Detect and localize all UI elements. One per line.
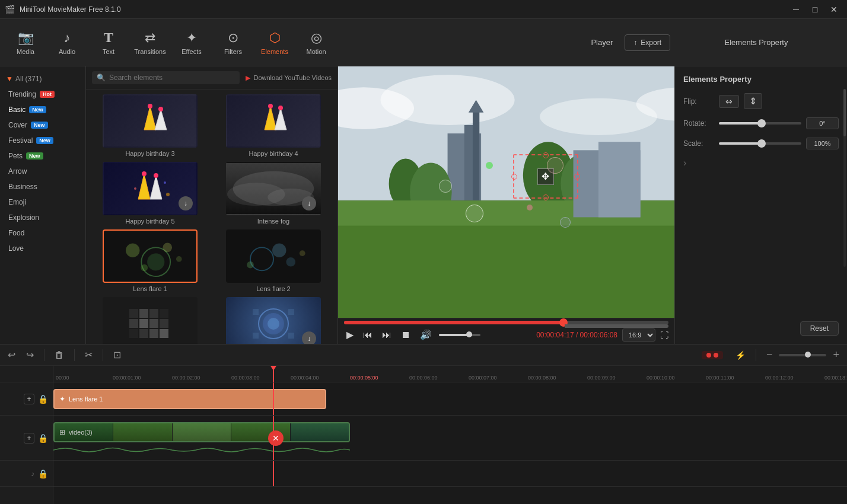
download-btn-happy-birthday-5[interactable]: ↓ (179, 196, 193, 210)
scale-slider-thumb[interactable] (757, 139, 766, 148)
volume-thumb[interactable] (466, 331, 472, 337)
add-track-1-button[interactable]: + (24, 394, 34, 404)
split-marker[interactable]: ✕ (268, 430, 284, 446)
zoom-thumb[interactable] (805, 352, 811, 358)
zoom-in-button[interactable]: + (830, 347, 842, 363)
sidebar-item-festival[interactable]: Festival New (0, 133, 85, 148)
rotate-slider[interactable] (719, 122, 801, 125)
sidebar-item-pets[interactable]: Pets New (0, 148, 85, 164)
delete-button[interactable]: 🗑 (52, 348, 67, 362)
toolbar-text[interactable]: T Text (88, 21, 129, 64)
crop-button[interactable]: ⊡ (110, 347, 124, 362)
element-happy-birthday-3[interactable]: Happy birthday 3 (91, 94, 209, 157)
sidebar-item-food[interactable]: Food (0, 225, 85, 241)
element-happy-birthday-4[interactable]: Happy birthday 4 (214, 94, 333, 157)
aspect-ratio-select[interactable]: 16:9 9:16 1:1 4:3 (622, 328, 655, 342)
scale-value[interactable]: 100% (806, 138, 839, 149)
undo-button[interactable]: ↩ (5, 347, 18, 362)
sidebar-item-cover[interactable]: Cover New (0, 117, 85, 133)
sidebar-item-love[interactable]: Love (0, 241, 85, 256)
element-happy-birthday-5[interactable]: ↓ Happy birthday 5 (91, 162, 209, 225)
toolbar-elements[interactable]: ⬡ Elements (254, 21, 295, 64)
zoom-bar[interactable] (779, 354, 826, 356)
sidebar-item-arrow[interactable]: Arrow (0, 164, 85, 179)
volume-button[interactable]: 🔊 (418, 328, 434, 342)
sidebar-item-basic[interactable]: Basic New (0, 102, 85, 117)
expand-arrow[interactable]: › (683, 158, 839, 168)
prev-frame-button[interactable]: ⏮ (361, 328, 375, 342)
lock-track-2-button[interactable]: 🔒 (38, 433, 48, 443)
timeline-content[interactable]: 00:00 00:00:01:00 00:00:02:00 00:00:03:0… (53, 366, 847, 504)
scale-slider[interactable] (719, 142, 801, 145)
download-youtube[interactable]: ▶ Download YouTube Videos (246, 74, 332, 82)
element-thumb-mosaic-1 (103, 297, 198, 344)
element-thumb-lens-flare-1 (103, 229, 198, 283)
toolbar-filters[interactable]: ⊙ Filters (212, 21, 254, 64)
search-box[interactable]: 🔍 (92, 71, 240, 84)
handle-bottom[interactable] (543, 194, 549, 200)
split-button[interactable]: ⚡ (733, 349, 749, 362)
rotate-label: Rotate: (683, 119, 719, 127)
elements-icon: ⬡ (269, 30, 281, 46)
toolbar-transitions[interactable]: ⇄ Transitions (129, 21, 171, 64)
element-selection-box[interactable]: ✥ (513, 154, 578, 199)
element-lens-flare-2[interactable]: Lens flare 2 (214, 229, 333, 292)
sidebar-item-business[interactable]: Business (0, 179, 85, 194)
stop-button[interactable]: ⏹ (399, 328, 413, 342)
handle-top[interactable] (543, 152, 549, 158)
minimize-button[interactable]: ─ (788, 4, 804, 15)
waveform (53, 445, 350, 455)
rotate-slider-thumb[interactable] (757, 119, 766, 127)
cut-button[interactable]: ✂ (82, 347, 95, 362)
element-lens-flare-1[interactable]: Lens flare 1 (91, 229, 209, 292)
toolbar-effects[interactable]: ✦ Effects (171, 21, 212, 64)
sidebar-item-trending[interactable]: Trending Hot (0, 87, 85, 102)
progress-bar[interactable] (344, 321, 668, 324)
audio-icon: ♪ (31, 470, 34, 478)
handle-left[interactable] (511, 174, 517, 180)
close-button[interactable]: ✕ (826, 4, 842, 15)
maximize-button[interactable]: □ (807, 4, 823, 15)
reset-button[interactable]: Reset (800, 321, 839, 336)
download-btn-mosaic-2[interactable]: ↓ (302, 331, 316, 344)
element-clip[interactable]: ✦ Lens flare 1 (53, 389, 326, 409)
next-frame-button[interactable]: ⏭ (380, 328, 394, 342)
flip-vertical-button[interactable]: ⇕ (744, 93, 762, 109)
lock-track-1-button[interactable]: 🔒 (38, 394, 48, 404)
svg-point-21 (163, 243, 172, 253)
volume-slider[interactable] (439, 334, 480, 336)
add-track-2-button[interactable]: + (24, 433, 34, 444)
lock-audio-button[interactable]: 🔒 (38, 469, 48, 479)
zoom-out-button[interactable]: − (763, 347, 776, 363)
sidebar-item-emoji[interactable]: Emoji (0, 194, 85, 210)
time-separator: / (576, 331, 580, 339)
filters-icon: ⊙ (228, 30, 238, 46)
svg-point-28 (300, 250, 305, 256)
scrollbar-thumb[interactable] (843, 89, 846, 136)
controls-row: ▶ ⏮ ⏭ ⏹ 🔊 00:00:04:17 / 00:00:06:08 16:9… (344, 328, 668, 342)
svg-point-19 (147, 253, 164, 270)
rotate-value[interactable]: 0° (806, 117, 839, 129)
export-label: Export (641, 39, 661, 47)
handle-right[interactable] (574, 174, 580, 180)
video-clip[interactable]: ⊞ video(3) (53, 422, 350, 442)
motion-icon: ◎ (311, 30, 322, 46)
download-yt-label: Download YouTube Videos (254, 74, 332, 81)
element-mosaic-2[interactable]: ↓ Mosaic 2 (214, 297, 333, 344)
download-btn-intense-fog[interactable]: ↓ (302, 196, 316, 210)
svg-rect-47 (288, 333, 294, 339)
toolbar-motion[interactable]: ◎ Motion (295, 21, 337, 64)
search-icon: 🔍 (97, 74, 106, 82)
play-button[interactable]: ▶ (344, 328, 356, 342)
toolbar-media[interactable]: 📷 Media (5, 21, 46, 64)
redo-button[interactable]: ↪ (23, 347, 37, 362)
sidebar-item-explosion[interactable]: Explosion (0, 210, 85, 225)
element-mosaic-1[interactable]: Mosaic 1 (91, 297, 209, 344)
toolbar-audio[interactable]: ♪ Audio (46, 21, 88, 64)
flip-horizontal-button[interactable]: ⇔ (719, 95, 739, 108)
effects-label: Effects (182, 48, 201, 55)
search-input[interactable] (109, 74, 235, 82)
fullscreen-button[interactable]: ⛶ (660, 330, 668, 340)
export-button[interactable]: ↑ Export (625, 34, 670, 51)
element-intense-fog[interactable]: ↓ Intense fog (214, 162, 333, 225)
